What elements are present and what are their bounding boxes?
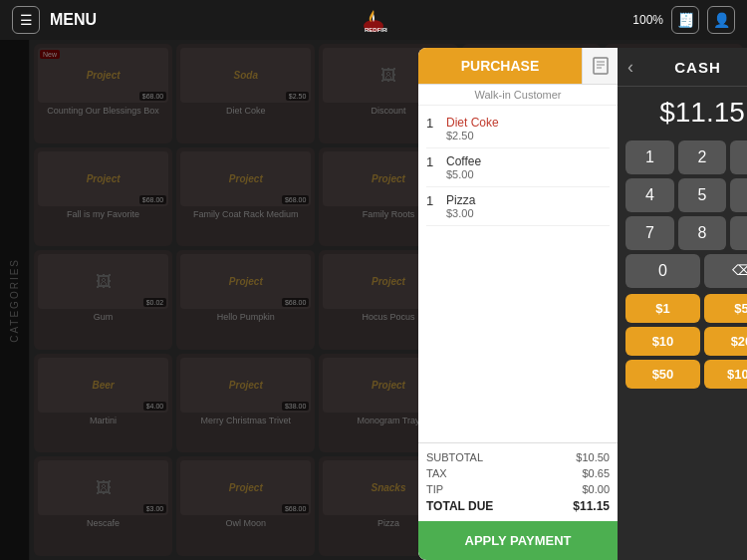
quick-50-button[interactable]: $50	[625, 360, 700, 389]
top-bar-center: REDFIRE	[360, 6, 387, 34]
subtotal-value: $10.50	[576, 451, 610, 463]
numpad-6[interactable]: 6	[730, 178, 747, 212]
cash-back-button[interactable]: ‹	[627, 57, 633, 78]
tip-value: $0.00	[582, 483, 610, 495]
receipt-icon	[592, 57, 610, 75]
modal-overlay: PURCHASE Walk-in Customer 1 Diet Coke $2…	[0, 40, 747, 560]
svg-text:REDFIRE: REDFIRE	[365, 27, 387, 33]
cash-amount: $11.15	[618, 87, 747, 137]
item-details: Diet Coke $2.50	[446, 116, 610, 141]
total-label: TOTAL DUE	[426, 499, 493, 513]
item-qty: 1	[426, 193, 440, 208]
user-icon-btn[interactable]: 👤	[707, 6, 735, 34]
numpad: 1 2 3 4 5 6 7 8 9	[618, 137, 747, 254]
numpad-5[interactable]: 5	[678, 178, 727, 212]
total-row: TOTAL DUE $11.15	[426, 497, 610, 515]
numpad-3[interactable]: 3	[730, 140, 747, 174]
numpad-4[interactable]: 4	[625, 178, 674, 212]
quick-10-button[interactable]: $10	[625, 327, 700, 356]
tax-value: $0.65	[582, 467, 610, 479]
battery-status: 100%	[632, 13, 663, 27]
numpad-backspace[interactable]: ⌫	[704, 254, 747, 288]
order-items: 1 Diet Coke $2.50 1 Coffee $5.00 1 Pizza…	[418, 106, 618, 442]
item-qty: 1	[426, 116, 440, 131]
purchase-panel: PURCHASE Walk-in Customer 1 Diet Coke $2…	[418, 48, 618, 560]
customer-label: Walk-in Customer	[418, 85, 618, 106]
purchase-tab[interactable]: PURCHASE	[418, 48, 582, 84]
order-item[interactable]: 1 Diet Coke $2.50	[426, 110, 610, 148]
cash-title: CASH	[674, 59, 721, 76]
quick-1-button[interactable]: $1	[625, 294, 700, 323]
cash-header: ‹ CASH ✕	[618, 48, 747, 87]
logo: REDFIRE	[360, 6, 387, 34]
top-bar-left: ☰ MENU	[12, 6, 97, 34]
apply-payment-button[interactable]: APPLY PAYMENT	[418, 521, 618, 560]
item-name: Coffee	[446, 154, 610, 168]
item-price: $3.00	[446, 207, 610, 219]
order-item[interactable]: 1 Pizza $3.00	[426, 187, 610, 226]
cash-panel: ‹ CASH ✕ $11.15 1 2 3 4 5 6 7 8 9 0 ⌫ $1…	[618, 48, 747, 560]
numpad-8[interactable]: 8	[678, 216, 727, 250]
item-details: Coffee $5.00	[446, 154, 610, 180]
zero-row: 0 ⌫	[618, 254, 747, 292]
receipt-tab-icon[interactable]	[582, 48, 618, 84]
tax-row: TAX $0.65	[426, 465, 610, 481]
purchase-header: PURCHASE	[418, 48, 618, 85]
total-value: $11.15	[573, 499, 610, 513]
svg-rect-2	[594, 58, 608, 74]
tip-row: TIP $0.00	[426, 481, 610, 497]
item-name: Pizza	[446, 193, 610, 207]
subtotal-label: SUBTOTAL	[426, 451, 483, 463]
quick-5-button[interactable]: $5	[704, 294, 747, 323]
quick-20-button[interactable]: $20	[704, 327, 747, 356]
top-bar: ☰ MENU REDFIRE 100% 🧾 👤	[0, 0, 747, 40]
numpad-0[interactable]: 0	[625, 254, 700, 288]
item-price: $5.00	[446, 168, 610, 180]
receipt-icon-btn[interactable]: 🧾	[671, 6, 699, 34]
tip-label: TIP	[426, 483, 443, 495]
item-qty: 1	[426, 154, 440, 169]
item-details: Pizza $3.00	[446, 193, 610, 219]
logo-flame-icon: REDFIRE	[360, 6, 387, 34]
quick-amounts: $1 $5 $10 $20 $50 $100	[618, 292, 747, 397]
menu-icon-btn[interactable]: ☰	[12, 6, 40, 34]
subtotal-row: SUBTOTAL $10.50	[426, 449, 610, 465]
item-price: $2.50	[446, 130, 610, 141]
order-totals: SUBTOTAL $10.50 TAX $0.65 TIP $0.00 TOTA…	[418, 442, 618, 521]
order-item[interactable]: 1 Coffee $5.00	[426, 148, 610, 187]
item-name: Diet Coke	[446, 116, 610, 130]
top-bar-right: 100% 🧾 👤	[632, 6, 735, 34]
quick-100-button[interactable]: $100	[704, 360, 747, 389]
numpad-9[interactable]: 9	[730, 216, 747, 250]
numpad-7[interactable]: 7	[625, 216, 674, 250]
numpad-1[interactable]: 1	[625, 140, 674, 174]
menu-label: MENU	[50, 11, 97, 29]
tax-label: TAX	[426, 467, 447, 479]
numpad-2[interactable]: 2	[678, 140, 727, 174]
